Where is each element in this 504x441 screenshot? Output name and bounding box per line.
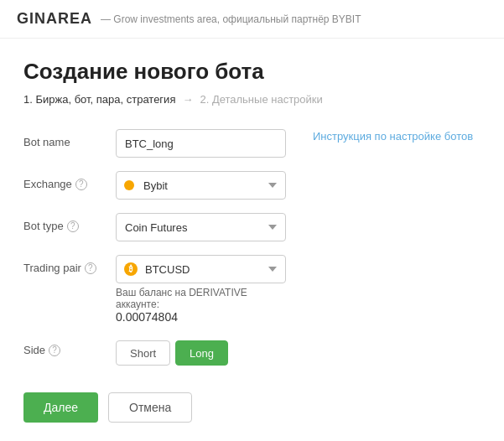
form-area: Bot name Exchange ? Bybit [23, 129, 481, 423]
trading-pair-row: Trading pair ? ₿ BTCUSD Ваш баланс на DE… [23, 255, 286, 324]
exchange-help-icon[interactable]: ? [75, 179, 87, 190]
exchange-control: Bybit [116, 171, 286, 200]
trading-pair-label: Trading pair ? [23, 255, 116, 274]
instruction-link[interactable]: Инструкция по настройке ботов [313, 130, 473, 143]
form-right: Инструкция по настройке ботов [313, 129, 481, 423]
trading-pair-control: ₿ BTCUSD Ваш баланс на DERIVATIVE аккаун… [116, 255, 286, 324]
bot-name-input[interactable] [116, 129, 286, 158]
short-button[interactable]: Short [116, 340, 170, 366]
side-buttons: Short Long [116, 340, 286, 366]
main-content: Создание нового бота 1. Биржа, бот, пара… [0, 39, 504, 441]
exchange-label: Exchange ? [23, 171, 116, 190]
trading-pair-select[interactable]: BTCUSD [116, 255, 286, 283]
balance-amount: 0.00074804 [116, 310, 178, 324]
logo: GINAREA [17, 10, 92, 28]
bot-name-control [116, 129, 286, 158]
side-help-icon[interactable]: ? [49, 345, 60, 356]
exchange-row: Exchange ? Bybit [23, 171, 286, 200]
exchange-select[interactable]: Bybit [116, 171, 286, 200]
bot-type-control: Coin Futures [116, 213, 286, 241]
trading-pair-select-wrap: ₿ BTCUSD [116, 255, 286, 283]
side-row: Side ? Short Long [23, 337, 286, 366]
step1-label: 1. Биржа, бот, пара, стратегия [23, 93, 175, 106]
next-button[interactable]: Далее [23, 392, 98, 423]
bot-type-label: Bot type ? [23, 213, 116, 232]
side-label: Side ? [23, 337, 116, 356]
page-title: Создание нового бота [23, 59, 481, 85]
bot-type-select[interactable]: Coin Futures [116, 213, 286, 241]
bot-type-help-icon[interactable]: ? [67, 220, 79, 232]
logo-green: GIN [17, 10, 46, 27]
step-arrow: → [182, 93, 193, 106]
form-left: Bot name Exchange ? Bybit [23, 129, 286, 423]
bot-name-label: Bot name [23, 129, 116, 148]
logo-dark: AREA [46, 10, 92, 27]
balance-label: Ваш баланс на DERIVATIVE аккаунте: [116, 287, 247, 310]
cancel-button[interactable]: Отмена [108, 392, 192, 423]
bot-type-row: Bot type ? Coin Futures [23, 213, 286, 241]
balance-info: Ваш баланс на DERIVATIVE аккаунте: 0.000… [116, 287, 286, 324]
side-control: Short Long [116, 337, 286, 366]
steps-bar: 1. Биржа, бот, пара, стратегия → 2. Дета… [23, 93, 481, 106]
trading-pair-help-icon[interactable]: ? [85, 262, 96, 274]
long-button[interactable]: Long [175, 340, 228, 366]
exchange-select-wrap: Bybit [116, 171, 286, 200]
step2-label: 2. Детальные настройки [200, 93, 322, 106]
form-actions: Далее Отмена [23, 392, 286, 423]
header-tagline: — Grow investments area, официальный пар… [101, 13, 361, 25]
header: GINAREA — Grow investments area, официал… [0, 0, 504, 39]
bot-name-row: Bot name [23, 129, 286, 158]
